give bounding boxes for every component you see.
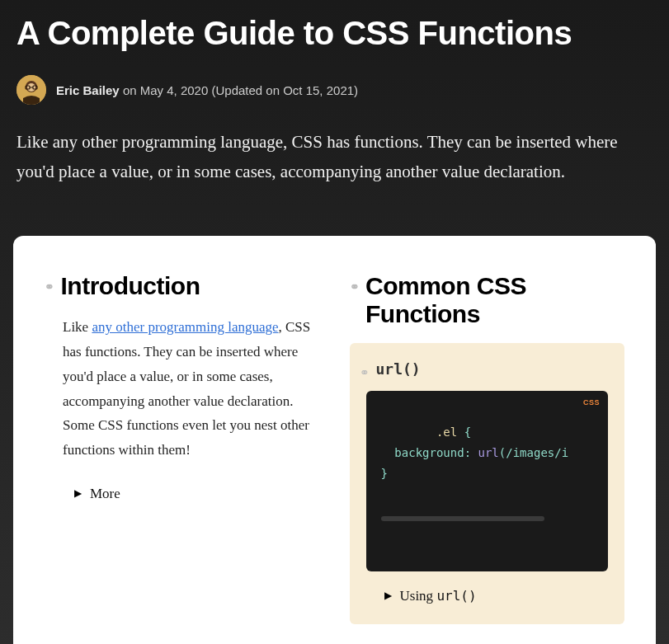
- anchor-link-icon[interactable]: ⚭: [45, 280, 54, 294]
- introduction-body: Like any other programming language, CSS…: [45, 315, 320, 463]
- page-title: A Complete Guide to CSS Functions: [16, 15, 653, 52]
- body-post: , CSS has functions. They can be inserte…: [63, 319, 310, 458]
- section-heading-common: ⚭ Common CSS Functions: [350, 272, 625, 328]
- anchor-link-icon[interactable]: ⚭: [350, 280, 360, 294]
- code-argument: /images/i: [506, 446, 568, 459]
- code-paren-open: (: [499, 446, 506, 459]
- code-heading: ⚭ url(): [360, 358, 615, 379]
- heading-text: Introduction: [61, 272, 200, 300]
- byline: Eric Bailey on May 4, 2020 (Updated on O…: [16, 75, 653, 105]
- chevron-right-icon: ▶: [384, 590, 392, 602]
- author-avatar[interactable]: [16, 75, 46, 105]
- using-pre: Using: [400, 588, 437, 604]
- code-function: url: [478, 446, 499, 459]
- content-card: ⚭ Introduction Like any other programmin…: [13, 236, 656, 644]
- body-pre: Like: [63, 319, 92, 335]
- code-brace-open: {: [457, 425, 471, 439]
- publish-date: on May 4, 2020 (Updated on Oct 15, 2021): [120, 83, 358, 97]
- code-block: CSS.el { background: url(/images/i }: [366, 391, 609, 571]
- right-column: ⚭ Common CSS Functions ⚭ url() CSS.el { …: [350, 272, 625, 623]
- using-code: url(): [436, 588, 476, 604]
- section-heading-introduction: ⚭ Introduction: [45, 272, 320, 300]
- code-property: background: [394, 446, 464, 459]
- intro-paragraph: Like any other programming language, CSS…: [16, 128, 643, 186]
- code-indent: [381, 446, 395, 459]
- heading-text: Common CSS Functions: [365, 272, 624, 328]
- page-header: A Complete Guide to CSS Functions Eric B…: [0, 0, 669, 206]
- using-label: Using url(): [400, 588, 477, 604]
- more-toggle[interactable]: ▶ More: [45, 486, 320, 502]
- avatar-icon: [16, 75, 46, 105]
- anchor-link-icon[interactable]: ⚭: [360, 366, 370, 379]
- more-label: More: [90, 486, 120, 502]
- using-toggle[interactable]: ▶ Using url(): [360, 588, 615, 604]
- programming-language-link[interactable]: any other programming language: [92, 319, 278, 335]
- horizontal-scrollbar[interactable]: [381, 516, 544, 521]
- left-column: ⚭ Introduction Like any other programmin…: [45, 272, 320, 623]
- byline-text: Eric Bailey on May 4, 2020 (Updated on O…: [56, 83, 358, 97]
- code-language-badge: CSS: [583, 396, 600, 409]
- code-brace-close: }: [381, 467, 388, 480]
- chevron-right-icon: ▶: [74, 487, 82, 500]
- author-name[interactable]: Eric Bailey: [56, 83, 120, 97]
- code-section: ⚭ url() CSS.el { background: url(/images…: [350, 343, 625, 623]
- code-selector: .el: [436, 425, 457, 439]
- function-name: url(): [376, 360, 421, 378]
- code-colon: :: [464, 446, 478, 459]
